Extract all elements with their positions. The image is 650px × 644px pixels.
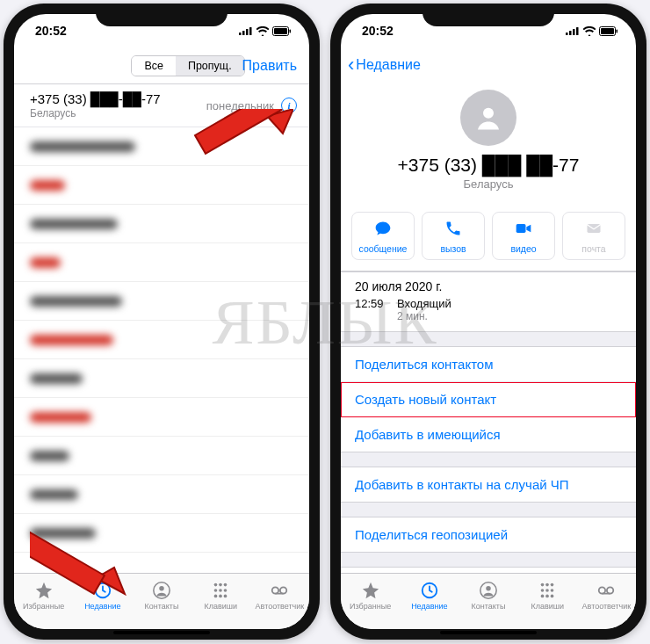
blurred-row bbox=[14, 282, 309, 321]
svg-point-14 bbox=[219, 589, 222, 592]
svg-point-13 bbox=[214, 589, 218, 592]
svg-rect-31 bbox=[601, 28, 614, 34]
blurred-row bbox=[14, 475, 309, 514]
tab-bar: Избранные Недавние Контакты Клавиши Авто… bbox=[341, 573, 636, 629]
svg-point-10 bbox=[214, 582, 218, 586]
mail-icon bbox=[585, 220, 603, 237]
svg-point-38 bbox=[486, 585, 491, 590]
contact-number: +375 (33) ███ ██-77 bbox=[341, 155, 636, 176]
link-share-location[interactable]: Поделиться геопозицией bbox=[341, 517, 636, 552]
tab-voicemail[interactable]: Автоответчик bbox=[577, 574, 636, 617]
svg-point-15 bbox=[224, 589, 228, 592]
svg-point-44 bbox=[551, 589, 554, 592]
video-icon bbox=[515, 220, 532, 237]
action-call[interactable]: вызов bbox=[422, 212, 485, 260]
svg-rect-2 bbox=[246, 29, 249, 35]
tab-contacts[interactable]: Контакты bbox=[459, 574, 517, 617]
svg-point-18 bbox=[224, 594, 228, 597]
status-time: 20:52 bbox=[362, 24, 394, 38]
tab-favorites[interactable]: Избранные bbox=[341, 574, 400, 617]
svg-point-20 bbox=[280, 587, 286, 593]
link-emergency[interactable]: Добавить в контакты на случай ЧП bbox=[341, 467, 636, 502]
keypad-icon bbox=[211, 581, 230, 600]
link-share-contact[interactable]: Поделиться контактом bbox=[341, 347, 636, 382]
person-icon bbox=[152, 581, 171, 600]
action-mail: почта bbox=[562, 212, 625, 260]
blurred-row bbox=[14, 437, 309, 475]
phone-right: 20:52 ‹ Недавние +375 (33) ███ ██-77 Бел… bbox=[330, 4, 646, 640]
link-create-contact[interactable]: Создать новый контакт bbox=[341, 382, 636, 417]
annotation-arrow bbox=[179, 109, 293, 192]
contact-country: Беларусь bbox=[341, 177, 636, 191]
star-icon bbox=[361, 581, 380, 600]
svg-rect-1 bbox=[242, 31, 245, 35]
svg-point-45 bbox=[541, 594, 545, 597]
home-indicator bbox=[113, 631, 210, 634]
svg-point-17 bbox=[219, 594, 222, 597]
blurred-row bbox=[14, 321, 309, 359]
clock-icon bbox=[420, 581, 439, 600]
segmented-control[interactable]: Все Пропущ. bbox=[131, 55, 244, 76]
segment-missed[interactable]: Пропущ. bbox=[176, 56, 244, 76]
link-add-existing[interactable]: Добавить в имеющийся bbox=[341, 417, 636, 452]
svg-point-42 bbox=[541, 589, 545, 592]
tab-contacts[interactable]: Контакты bbox=[132, 574, 191, 617]
status-time: 20:52 bbox=[35, 24, 67, 38]
avatar bbox=[460, 90, 516, 146]
phone-left: 20:52 Все Пропущ. Править +375 (33) ███-… bbox=[4, 4, 320, 640]
edit-button[interactable]: Править bbox=[242, 58, 297, 74]
svg-rect-34 bbox=[516, 224, 526, 233]
nav-back[interactable]: ‹ Недавние bbox=[341, 47, 636, 83]
svg-point-39 bbox=[541, 582, 545, 586]
voicemail-icon bbox=[596, 581, 616, 600]
svg-point-40 bbox=[545, 582, 549, 586]
svg-point-9 bbox=[159, 585, 164, 590]
home-indicator bbox=[440, 631, 537, 634]
blurred-row bbox=[14, 398, 309, 437]
svg-point-12 bbox=[224, 582, 228, 586]
tab-voicemail[interactable]: Автоответчик bbox=[250, 574, 309, 617]
tab-keypad[interactable]: Клавиши bbox=[191, 574, 250, 617]
annotation-arrow bbox=[30, 517, 126, 599]
svg-point-41 bbox=[551, 582, 554, 586]
svg-point-33 bbox=[483, 108, 494, 119]
svg-point-16 bbox=[214, 594, 218, 597]
person-icon bbox=[479, 581, 498, 600]
action-message[interactable]: сообщение bbox=[351, 212, 415, 260]
svg-rect-32 bbox=[617, 29, 618, 33]
svg-rect-27 bbox=[569, 31, 572, 35]
segment-all[interactable]: Все bbox=[132, 56, 176, 76]
svg-point-49 bbox=[607, 587, 613, 593]
svg-rect-5 bbox=[274, 28, 287, 34]
svg-rect-0 bbox=[239, 33, 242, 35]
svg-point-43 bbox=[545, 589, 549, 592]
action-row: сообщение вызов видео почта bbox=[341, 203, 636, 271]
message-icon bbox=[374, 220, 392, 237]
tab-keypad[interactable]: Клавиши bbox=[518, 574, 577, 617]
svg-point-19 bbox=[272, 587, 278, 593]
contact-header: +375 (33) ███ ██-77 Беларусь bbox=[341, 83, 636, 203]
blurred-row bbox=[14, 359, 309, 398]
svg-point-48 bbox=[599, 587, 605, 593]
status-icons bbox=[566, 26, 618, 36]
svg-point-11 bbox=[219, 582, 222, 586]
keypad-icon bbox=[538, 581, 557, 600]
tab-recents[interactable]: Недавние bbox=[400, 574, 459, 617]
recent-country: Беларусь bbox=[30, 107, 161, 119]
action-video[interactable]: видео bbox=[492, 212, 555, 260]
svg-rect-35 bbox=[588, 224, 601, 233]
svg-rect-29 bbox=[576, 27, 579, 35]
nav-bar: Все Пропущ. Править bbox=[14, 47, 309, 84]
phone-icon bbox=[444, 220, 462, 237]
svg-rect-23 bbox=[195, 109, 282, 154]
notch bbox=[422, 4, 554, 26]
voicemail-icon bbox=[270, 581, 289, 600]
svg-rect-25 bbox=[30, 532, 105, 594]
blurred-row bbox=[14, 243, 309, 282]
call-log: 20 июля 2020 г. 12:59 Входящий 2 мин. bbox=[341, 272, 636, 331]
recent-number: +375 (33) ███-██-77 bbox=[30, 91, 161, 106]
svg-point-46 bbox=[545, 594, 549, 597]
blurred-row bbox=[14, 205, 309, 243]
notch bbox=[96, 4, 228, 26]
svg-rect-6 bbox=[290, 29, 292, 33]
